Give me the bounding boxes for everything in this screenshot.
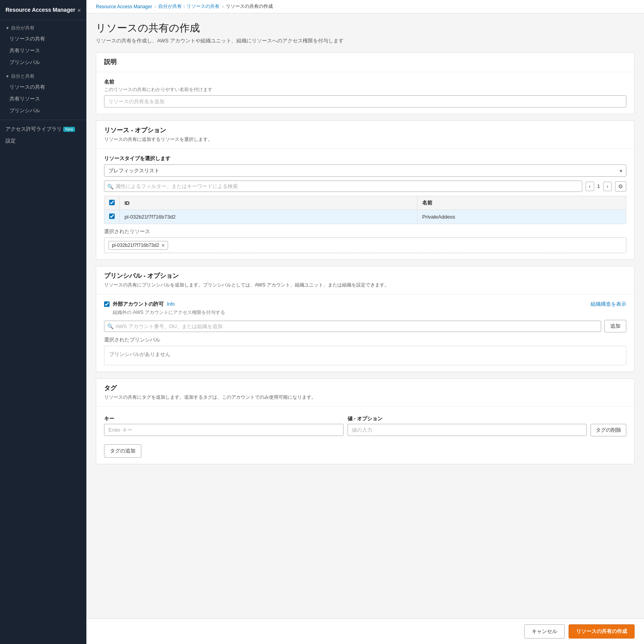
principal-add-row: 🔍 追加 [104,320,626,332]
name-label: 名前 [104,78,626,86]
external-account-row: 外部アカウントの許可 Info [104,301,225,308]
principal-section-body: 外部アカウントの許可 Info 組織外の AWS アカウントにアクセス権限を付与… [96,294,634,372]
sidebar-section-shared-with-me[interactable]: ▼ 自分と共有 [0,68,86,81]
info-link[interactable]: Info [167,301,175,307]
next-page-button[interactable]: › [603,182,612,191]
main-content: Resource Access Manager › 自分が共有：リソースの共有 … [86,0,644,644]
principal-section-subtitle: リソースの共有にプリンシパルを追加します。プリンシパルとしては、AWS アカウン… [104,282,626,288]
sidebar-header: Resource Access Manager × [0,0,86,20]
select-all-checkbox[interactable] [109,200,115,205]
breadcrumb-sep-2: › [222,4,223,9]
new-badge: New [63,127,75,132]
external-account-label: 外部アカウントの許可 [113,301,164,308]
tags-grid: キー 値 - オプション タグの削除 [104,415,626,436]
share-name-input[interactable] [104,95,626,108]
external-account-checkbox[interactable] [104,301,110,307]
sidebar-title: Resource Access Manager [5,6,75,13]
page-title: リソースの共有の作成 [96,21,635,35]
tags-section-body: キー 値 - オプション タグの削除 タグの追加 [96,407,634,464]
tag-key-input[interactable] [104,424,344,436]
resource-type-select[interactable]: プレフィックスリスト [104,164,626,177]
cancel-button[interactable]: キャンセル [524,624,565,639]
page-subtitle: リソースの共有を作成し、AWS アカウントや組織ユニット、組織にリソースへのアク… [96,37,635,44]
delete-tag-button[interactable]: タグの削除 [591,424,626,436]
selected-principals-label: 選択されたプリンシパル [104,336,626,343]
table-row[interactable]: pl-032b21f7f716b73d2 PrivateAddess [104,210,626,224]
tag-value-input[interactable] [348,424,587,436]
sidebar-item-shared-with-me-resources[interactable]: リソースの共有 [0,81,86,93]
tags-section: タグ リソースの共有にタグを追加します。追加するタグは、このアカウントでのみ使用… [96,378,635,464]
resource-search-row: 🔍 ‹ 1 › ⚙ [104,181,626,192]
row-checkbox[interactable] [109,213,115,219]
resource-tag-close-icon[interactable]: × [161,243,165,248]
prev-page-button[interactable]: ‹ [585,182,594,191]
description-section-header: 説明 [96,53,634,72]
description-section-body: 名前 このリソースの共有にわかりやすい名前を付けます [96,72,634,114]
tag-key-label: キー [104,415,344,422]
table-settings-button[interactable]: ⚙ [615,181,626,192]
sidebar-item-permissions-library[interactable]: アクセス許可ライブラリ New [0,123,86,135]
breadcrumb-sep-1: › [154,4,156,9]
sidebar-item-shared-with-me-principals[interactable]: プリンシパル [0,105,86,117]
description-section: 説明 名前 このリソースの共有にわかりやすい名前を付けます [96,52,635,114]
org-view-link[interactable]: 組織構造を表示 [591,301,626,308]
breadcrumb-link-shares[interactable]: 自分が共有：リソースの共有 [158,3,220,10]
tags-delete-col: タグの削除 [591,415,626,436]
close-icon[interactable]: × [77,7,81,14]
tags-section-header: タグ リソースの共有にタグを追加します。追加するタグは、このアカウントでのみ使用… [96,379,634,407]
tags-value-col: 値 - オプション [348,415,587,436]
footer-bar: キャンセル リソースの共有の作成 [86,618,644,644]
resource-pagination: ‹ 1 › [585,182,612,191]
tags-section-subtitle: リソースの共有にタグを追加します。追加するタグは、このアカウントでのみ使用可能に… [104,394,626,401]
breadcrumb-current: リソースの共有の作成 [226,3,273,10]
resource-type-label: リソースタイプを選択します [104,155,626,162]
sidebar-item-my-share-resources[interactable]: リソースの共有 [0,33,86,45]
principal-search-wrapper: 🔍 [104,321,601,332]
principal-search-input[interactable] [104,321,601,332]
resource-search-wrapper: 🔍 [104,181,582,192]
add-principal-button[interactable]: 追加 [604,320,626,332]
no-principals-text: プリンシパルがありません [109,351,170,357]
principal-section: プリンシパル - オプション リソースの共有にプリンシパルを追加します。プリンシ… [96,266,635,372]
external-account-hint: 組織外の AWS アカウントにアクセス権限を付与する [113,309,225,316]
sidebar-item-my-share-shared-resources[interactable]: 共有リソース [0,45,86,57]
resource-section-title: リソース - オプション [104,127,166,133]
resource-tag: pl-032b21f7f716b73d2 × [108,241,168,250]
tags-section-title: タグ [104,385,117,391]
resource-section: リソース - オプション リソースの共有に追加するリソースを選択します。 リソー… [96,120,635,260]
row-id-cell: pl-032b21f7f716b73d2 [120,210,417,224]
tag-value-label: 値 - オプション [348,415,587,422]
resource-tag-id: pl-032b21f7f716b73d2 [112,243,159,248]
chevron-down-icon: ▼ [5,74,9,78]
sidebar-section-my-share[interactable]: ▼ 自分が共有 [0,20,86,33]
add-tag-button[interactable]: タグの追加 [104,444,141,458]
breadcrumb-link-ram[interactable]: Resource Access Manager [96,4,152,9]
breadcrumb: Resource Access Manager › 自分が共有：リソースの共有 … [86,0,644,13]
sidebar-item-settings[interactable]: 設定 [0,135,86,147]
resource-search-input[interactable] [104,181,582,192]
create-share-button[interactable]: リソースの共有の作成 [569,624,635,639]
principal-checkbox-row-outer: 外部アカウントの許可 Info 組織外の AWS アカウントにアクセス権限を付与… [104,301,626,320]
sidebar-item-shared-with-me-shared-resources[interactable]: 共有リソース [0,93,86,105]
chevron-down-icon: ▼ [5,26,9,30]
resource-section-body: リソースタイプを選択します プレフィックスリスト ▾ 🔍 ‹ 1 › ⚙ [96,149,634,259]
principal-section-header: プリンシパル - オプション リソースの共有にプリンシパルを追加します。プリンシ… [96,266,634,294]
page-number: 1 [596,183,602,189]
tags-key-col: キー [104,415,344,436]
name-hint: このリソースの共有にわかりやすい名前を付けます [104,86,626,93]
selected-resources-area: pl-032b21f7f716b73d2 × [104,237,626,253]
resource-table: ID 名前 pl-032b21f7f716b73d2 PrivateAddess [104,196,626,224]
principal-checkbox-col: 外部アカウントの許可 Info 組織外の AWS アカウントにアクセス権限を付与… [104,301,225,320]
search-icon: 🔍 [107,183,113,189]
search-icon: 🔍 [107,323,113,329]
resource-section-header: リソース - オプション リソースの共有に追加するリソースを選択します。 [96,121,634,149]
sidebar-item-my-share-principals[interactable]: プリンシパル [0,57,86,68]
resource-type-select-wrapper: プレフィックスリスト ▾ [104,164,626,177]
select-all-header [104,196,120,210]
add-tag-row: タグの追加 [104,440,626,458]
id-column-header: ID [120,196,417,210]
selected-resources-label: 選択されたリソース [104,228,626,235]
row-checkbox-cell [104,210,120,224]
sidebar: Resource Access Manager × ▼ 自分が共有 リソースの共… [0,0,86,644]
name-column-header: 名前 [417,196,626,210]
